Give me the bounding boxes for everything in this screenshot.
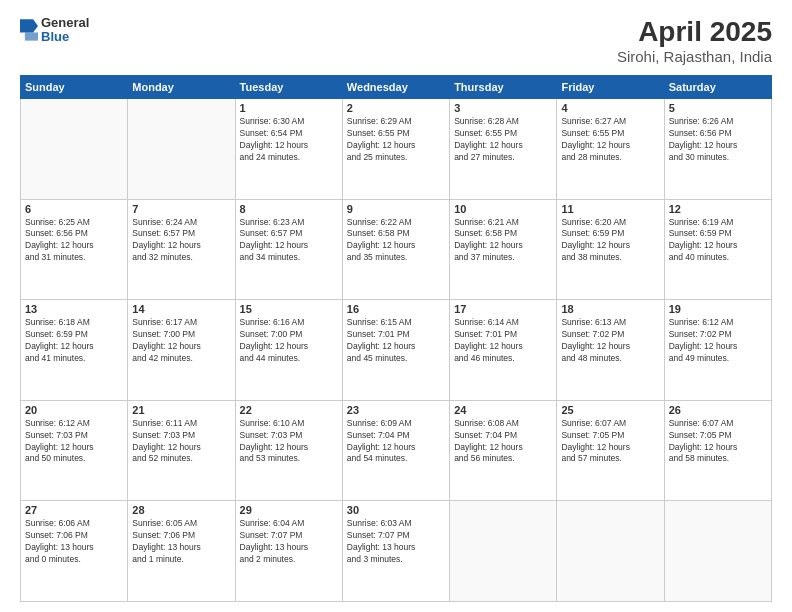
day-number: 26 (669, 404, 767, 416)
day-number: 16 (347, 303, 445, 315)
day-info: Sunrise: 6:20 AM Sunset: 6:59 PM Dayligh… (561, 217, 659, 265)
calendar-day-cell: 13Sunrise: 6:18 AM Sunset: 6:59 PM Dayli… (21, 300, 128, 401)
calendar-week-row: 27Sunrise: 6:06 AM Sunset: 7:06 PM Dayli… (21, 501, 772, 602)
calendar-day-cell: 14Sunrise: 6:17 AM Sunset: 7:00 PM Dayli… (128, 300, 235, 401)
day-number: 23 (347, 404, 445, 416)
calendar-day-cell: 2Sunrise: 6:29 AM Sunset: 6:55 PM Daylig… (342, 99, 449, 200)
day-number: 30 (347, 504, 445, 516)
calendar-day-cell: 6Sunrise: 6:25 AM Sunset: 6:56 PM Daylig… (21, 199, 128, 300)
svg-marker-1 (25, 33, 38, 41)
day-info: Sunrise: 6:12 AM Sunset: 7:03 PM Dayligh… (25, 418, 123, 466)
calendar-day-cell: 22Sunrise: 6:10 AM Sunset: 7:03 PM Dayli… (235, 400, 342, 501)
day-info: Sunrise: 6:23 AM Sunset: 6:57 PM Dayligh… (240, 217, 338, 265)
calendar-day-cell: 8Sunrise: 6:23 AM Sunset: 6:57 PM Daylig… (235, 199, 342, 300)
day-number: 21 (132, 404, 230, 416)
day-info: Sunrise: 6:15 AM Sunset: 7:01 PM Dayligh… (347, 317, 445, 365)
calendar-title: April 2025 (617, 16, 772, 48)
day-number: 5 (669, 102, 767, 114)
day-number: 1 (240, 102, 338, 114)
calendar-day-cell: 11Sunrise: 6:20 AM Sunset: 6:59 PM Dayli… (557, 199, 664, 300)
calendar-day-cell: 4Sunrise: 6:27 AM Sunset: 6:55 PM Daylig… (557, 99, 664, 200)
calendar-day-cell: 30Sunrise: 6:03 AM Sunset: 7:07 PM Dayli… (342, 501, 449, 602)
calendar-day-cell: 25Sunrise: 6:07 AM Sunset: 7:05 PM Dayli… (557, 400, 664, 501)
day-info: Sunrise: 6:03 AM Sunset: 7:07 PM Dayligh… (347, 518, 445, 566)
logo-icon (20, 19, 38, 41)
day-info: Sunrise: 6:07 AM Sunset: 7:05 PM Dayligh… (561, 418, 659, 466)
logo-general: General (41, 16, 89, 30)
day-info: Sunrise: 6:26 AM Sunset: 6:56 PM Dayligh… (669, 116, 767, 164)
calendar-day-cell: 18Sunrise: 6:13 AM Sunset: 7:02 PM Dayli… (557, 300, 664, 401)
logo-blue: Blue (41, 30, 89, 44)
weekday-header: Monday (128, 76, 235, 99)
day-info: Sunrise: 6:17 AM Sunset: 7:00 PM Dayligh… (132, 317, 230, 365)
day-info: Sunrise: 6:14 AM Sunset: 7:01 PM Dayligh… (454, 317, 552, 365)
day-info: Sunrise: 6:12 AM Sunset: 7:02 PM Dayligh… (669, 317, 767, 365)
weekday-header: Saturday (664, 76, 771, 99)
day-number: 12 (669, 203, 767, 215)
day-number: 6 (25, 203, 123, 215)
day-info: Sunrise: 6:28 AM Sunset: 6:55 PM Dayligh… (454, 116, 552, 164)
header: General Blue April 2025 Sirohi, Rajastha… (20, 16, 772, 65)
page: General Blue April 2025 Sirohi, Rajastha… (0, 0, 792, 612)
calendar-week-row: 1Sunrise: 6:30 AM Sunset: 6:54 PM Daylig… (21, 99, 772, 200)
day-number: 11 (561, 203, 659, 215)
day-number: 27 (25, 504, 123, 516)
calendar-day-cell: 21Sunrise: 6:11 AM Sunset: 7:03 PM Dayli… (128, 400, 235, 501)
calendar-header: SundayMondayTuesdayWednesdayThursdayFrid… (21, 76, 772, 99)
calendar-day-cell: 20Sunrise: 6:12 AM Sunset: 7:03 PM Dayli… (21, 400, 128, 501)
day-number: 25 (561, 404, 659, 416)
calendar-day-cell: 7Sunrise: 6:24 AM Sunset: 6:57 PM Daylig… (128, 199, 235, 300)
logo: General Blue (20, 16, 89, 45)
day-number: 22 (240, 404, 338, 416)
title-area: April 2025 Sirohi, Rajasthan, India (617, 16, 772, 65)
day-info: Sunrise: 6:11 AM Sunset: 7:03 PM Dayligh… (132, 418, 230, 466)
day-info: Sunrise: 6:13 AM Sunset: 7:02 PM Dayligh… (561, 317, 659, 365)
day-number: 19 (669, 303, 767, 315)
day-info: Sunrise: 6:30 AM Sunset: 6:54 PM Dayligh… (240, 116, 338, 164)
day-number: 9 (347, 203, 445, 215)
calendar-week-row: 6Sunrise: 6:25 AM Sunset: 6:56 PM Daylig… (21, 199, 772, 300)
day-number: 3 (454, 102, 552, 114)
day-number: 20 (25, 404, 123, 416)
calendar-day-cell: 26Sunrise: 6:07 AM Sunset: 7:05 PM Dayli… (664, 400, 771, 501)
logo-text: General Blue (41, 16, 89, 45)
day-info: Sunrise: 6:16 AM Sunset: 7:00 PM Dayligh… (240, 317, 338, 365)
day-info: Sunrise: 6:25 AM Sunset: 6:56 PM Dayligh… (25, 217, 123, 265)
day-info: Sunrise: 6:29 AM Sunset: 6:55 PM Dayligh… (347, 116, 445, 164)
calendar-day-cell: 10Sunrise: 6:21 AM Sunset: 6:58 PM Dayli… (450, 199, 557, 300)
day-number: 17 (454, 303, 552, 315)
calendar-day-cell (557, 501, 664, 602)
calendar-day-cell: 17Sunrise: 6:14 AM Sunset: 7:01 PM Dayli… (450, 300, 557, 401)
calendar-day-cell: 29Sunrise: 6:04 AM Sunset: 7:07 PM Dayli… (235, 501, 342, 602)
day-info: Sunrise: 6:27 AM Sunset: 6:55 PM Dayligh… (561, 116, 659, 164)
calendar-week-row: 20Sunrise: 6:12 AM Sunset: 7:03 PM Dayli… (21, 400, 772, 501)
weekday-row: SundayMondayTuesdayWednesdayThursdayFrid… (21, 76, 772, 99)
day-number: 14 (132, 303, 230, 315)
day-info: Sunrise: 6:10 AM Sunset: 7:03 PM Dayligh… (240, 418, 338, 466)
calendar-day-cell: 12Sunrise: 6:19 AM Sunset: 6:59 PM Dayli… (664, 199, 771, 300)
calendar-body: 1Sunrise: 6:30 AM Sunset: 6:54 PM Daylig… (21, 99, 772, 602)
day-number: 4 (561, 102, 659, 114)
day-number: 24 (454, 404, 552, 416)
day-info: Sunrise: 6:24 AM Sunset: 6:57 PM Dayligh… (132, 217, 230, 265)
calendar-day-cell: 16Sunrise: 6:15 AM Sunset: 7:01 PM Dayli… (342, 300, 449, 401)
calendar-table: SundayMondayTuesdayWednesdayThursdayFrid… (20, 75, 772, 602)
day-number: 18 (561, 303, 659, 315)
day-info: Sunrise: 6:09 AM Sunset: 7:04 PM Dayligh… (347, 418, 445, 466)
calendar-day-cell: 24Sunrise: 6:08 AM Sunset: 7:04 PM Dayli… (450, 400, 557, 501)
weekday-header: Tuesday (235, 76, 342, 99)
calendar-day-cell: 27Sunrise: 6:06 AM Sunset: 7:06 PM Dayli… (21, 501, 128, 602)
weekday-header: Thursday (450, 76, 557, 99)
calendar-day-cell: 5Sunrise: 6:26 AM Sunset: 6:56 PM Daylig… (664, 99, 771, 200)
calendar-day-cell: 1Sunrise: 6:30 AM Sunset: 6:54 PM Daylig… (235, 99, 342, 200)
calendar-day-cell: 23Sunrise: 6:09 AM Sunset: 7:04 PM Dayli… (342, 400, 449, 501)
day-number: 8 (240, 203, 338, 215)
day-info: Sunrise: 6:18 AM Sunset: 6:59 PM Dayligh… (25, 317, 123, 365)
day-number: 15 (240, 303, 338, 315)
calendar-subtitle: Sirohi, Rajasthan, India (617, 48, 772, 65)
svg-marker-0 (20, 20, 38, 33)
calendar-day-cell (128, 99, 235, 200)
day-number: 2 (347, 102, 445, 114)
day-info: Sunrise: 6:07 AM Sunset: 7:05 PM Dayligh… (669, 418, 767, 466)
day-info: Sunrise: 6:19 AM Sunset: 6:59 PM Dayligh… (669, 217, 767, 265)
